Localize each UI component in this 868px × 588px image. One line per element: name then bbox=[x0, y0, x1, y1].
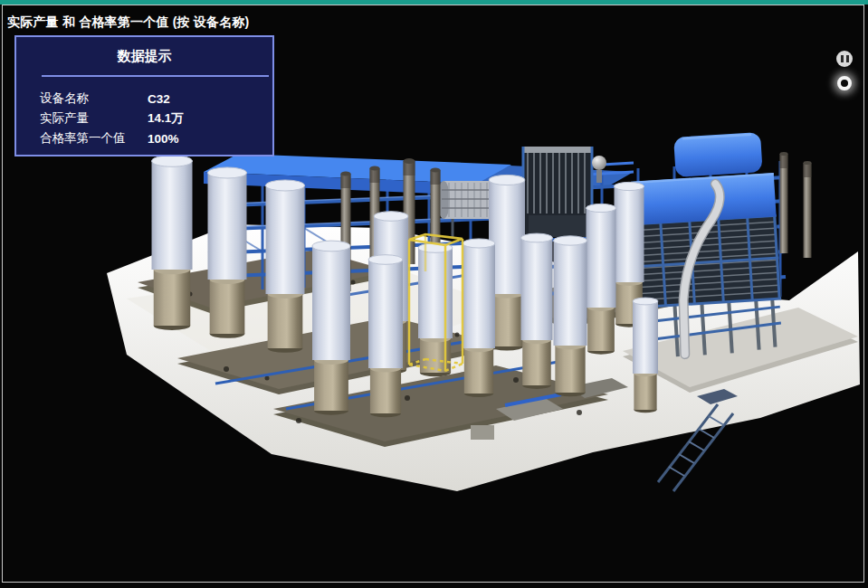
device-column[interactable] bbox=[554, 236, 587, 396]
pause-icon bbox=[841, 55, 844, 62]
focus-button[interactable] bbox=[837, 76, 852, 90]
device-column-selected[interactable] bbox=[418, 243, 453, 377]
top-accent-bar bbox=[0, 0, 868, 5]
actual-output-label: 实际产量 bbox=[16, 110, 148, 127]
device-column[interactable] bbox=[587, 204, 616, 354]
sphere-tank bbox=[592, 156, 606, 170]
pass-rate-value: 100% bbox=[148, 132, 179, 146]
device-column[interactable] bbox=[521, 233, 553, 389]
device-column[interactable] bbox=[152, 156, 193, 330]
tooltip-row: 实际产量 14.1万 bbox=[16, 109, 272, 128]
tooltip-row: 设备名称 C32 bbox=[16, 89, 272, 109]
pass-rate-label: 合格率第一个值 bbox=[16, 130, 148, 147]
device-column[interactable] bbox=[208, 167, 247, 338]
tooltip-rows: 设备名称 C32 实际产量 14.1万 合格率第一个值 100% bbox=[16, 89, 272, 148]
pause-button[interactable] bbox=[836, 51, 853, 67]
device-column[interactable] bbox=[312, 241, 350, 415]
device-name-value: C32 bbox=[148, 92, 170, 106]
device-column[interactable] bbox=[463, 239, 495, 397]
device-name-label: 设备名称 bbox=[16, 90, 148, 107]
tooltip-row: 合格率第一个值 100% bbox=[16, 128, 272, 148]
device-column[interactable] bbox=[266, 180, 305, 353]
tooltip-divider bbox=[42, 75, 269, 77]
device-column[interactable] bbox=[633, 298, 658, 413]
device-column[interactable] bbox=[368, 255, 403, 418]
tooltip-title: 数据提示 bbox=[16, 48, 272, 65]
visual-title: 实际产量 和 合格率第一个值 (按 设备名称) bbox=[7, 14, 249, 31]
tooltip-panel: 数据提示 设备名称 C32 实际产量 14.1万 合格率第一个值 100% bbox=[14, 35, 274, 156]
actual-output-value: 14.1万 bbox=[148, 110, 184, 127]
